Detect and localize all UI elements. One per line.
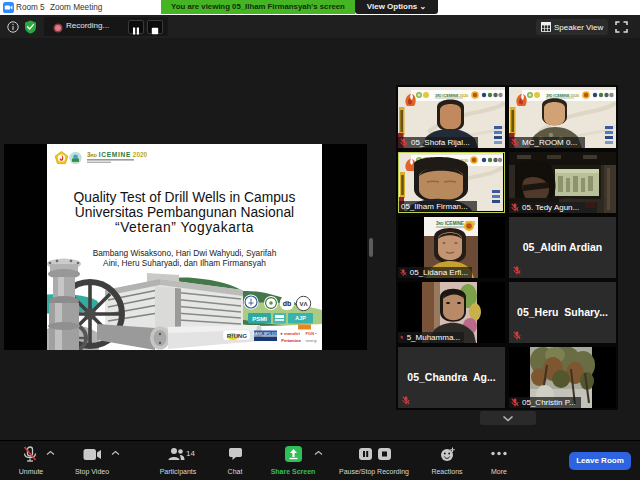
svg-text:Quality Test of Drill Wells in: Quality Test of Drill Wells in Campus <box>74 190 296 205</box>
svg-text:Aini, Heru Suharyadi, dan Ilha: Aini, Heru Suharyadi, dan Ilham Firmansy… <box>103 258 266 268</box>
svg-text:Bambang Wisaksono, Hari Dwi Wa: Bambang Wisaksono, Hari Dwi Wahyudi, Sya… <box>93 248 277 258</box>
svg-text:“Veteran” Yogyakarta: “Veteran” Yogyakarta <box>115 220 254 235</box>
svg-text:3RD ICEMINE 2020: 3RD ICEMINE 2020 <box>87 151 148 158</box>
svg-text:db: db <box>283 300 292 307</box>
svg-text:BANK BPD DIY: BANK BPD DIY <box>253 332 279 336</box>
svg-text:3RD ICEMINE 2020: 3RD ICEMINE 2020 <box>546 93 579 98</box>
svg-text:sinergi: sinergi <box>305 339 316 343</box>
svg-text:AJP: AJP <box>295 315 306 321</box>
svg-text:VΛ: VΛ <box>299 301 307 307</box>
svg-text:Universitas Pembangunan Nasion: Universitas Pembangunan Nasional <box>75 205 294 220</box>
svg-text:● mandiri: ● mandiri <box>280 331 300 336</box>
svg-text:3RD ICEMINE 2020: 3RD ICEMINE 2020 <box>435 93 468 98</box>
svg-text:Pertamina: Pertamina <box>281 338 301 343</box>
svg-text:R!UNG: R!UNG <box>227 332 247 339</box>
svg-text:PSMI: PSMI <box>252 316 267 322</box>
svg-text:PGN ▪: PGN ▪ <box>305 331 317 336</box>
